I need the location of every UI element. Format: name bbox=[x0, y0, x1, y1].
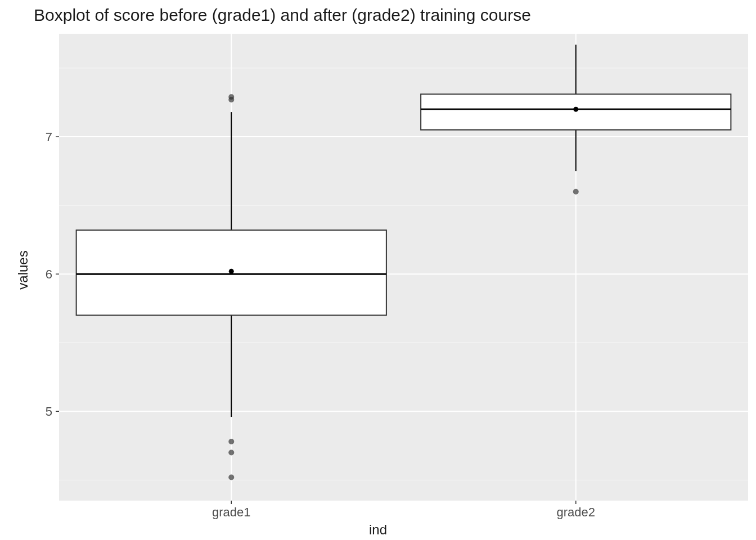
outlier-point bbox=[573, 189, 579, 195]
mean-point bbox=[229, 269, 234, 274]
mean-point bbox=[573, 107, 578, 112]
chart-title: Boxplot of score before (grade1) and aft… bbox=[34, 6, 531, 25]
y-tick-label: 6 bbox=[46, 267, 52, 281]
x-axis-label: ind bbox=[0, 522, 756, 538]
chart-svg: 567grade1grade2 bbox=[0, 0, 756, 540]
box bbox=[421, 94, 731, 129]
outlier-point bbox=[228, 94, 234, 100]
outlier-point bbox=[228, 475, 234, 480]
x-tick-label: grade2 bbox=[556, 505, 595, 519]
y-axis-label: values bbox=[15, 250, 31, 289]
x-tick-label: grade1 bbox=[212, 505, 251, 519]
outlier-point bbox=[228, 450, 234, 456]
outlier-point bbox=[228, 439, 234, 444]
chart-container: Boxplot of score before (grade1) and aft… bbox=[0, 0, 756, 540]
y-tick-label: 5 bbox=[46, 404, 52, 418]
y-tick-label: 7 bbox=[46, 130, 52, 144]
